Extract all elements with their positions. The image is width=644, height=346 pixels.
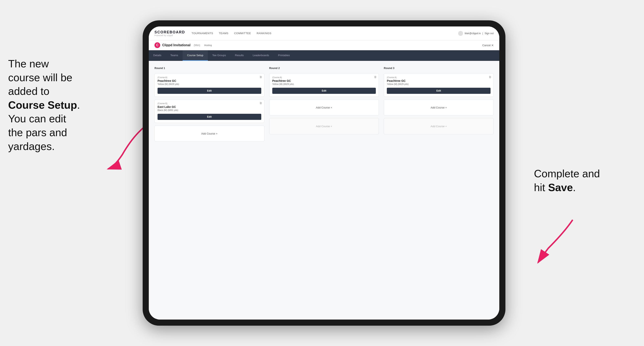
round-3-column: Round 3 (Course A) Peachtree GC Yellow (… (384, 67, 494, 142)
round1-course-a-label: (Course A) (158, 76, 261, 79)
top-nav: SCOREBOARD Powered by clippd TOURNAMENTS… (149, 26, 499, 40)
tab-details[interactable]: Details (149, 50, 166, 61)
round2-add-course-box-1[interactable]: Add Course + (269, 99, 379, 116)
cancel-x-icon: ✕ (491, 44, 494, 47)
tournament-gender: (Men) (194, 44, 200, 47)
round1-course-a-card: (Course A) Peachtree GC Yellow (M) (6629… (154, 73, 264, 97)
round-2-title: Round 2 (269, 67, 379, 70)
annotation-right: Complete and hit Save. (534, 167, 632, 194)
user-avatar (458, 31, 463, 36)
round-2-column: Round 2 (Course A) Peachtree GC Yellow (… (269, 67, 379, 142)
tabs-bar: Details Teams Course Setup Tee Groups Re… (149, 50, 499, 61)
round3-course-a-card: (Course A) Peachtree GC Yellow (M) (6629… (384, 73, 494, 97)
round1-add-course-box[interactable]: Add Course + (154, 125, 264, 142)
round1-course-a-trash-icon[interactable]: 🗑 (260, 75, 262, 79)
round2-course-a-label: (Course A) (272, 76, 376, 79)
round1-course-b-edit-button[interactable]: Edit (158, 114, 261, 120)
nav-tournaments[interactable]: TOURNAMENTS (192, 32, 213, 35)
round2-course-a-edit-button[interactable]: Edit (272, 88, 376, 94)
round2-add-course-label-2: Add Course + (316, 125, 332, 128)
round1-course-a-details: Yellow (M) (6629 yds) (158, 83, 261, 85)
logo-area: SCOREBOARD Powered by clippd (154, 30, 185, 36)
logo-sub: Powered by clippd (154, 34, 185, 36)
round3-course-a-trash-icon[interactable]: 🗑 (489, 75, 491, 79)
round3-add-course-label-1: Add Course + (430, 106, 447, 109)
cancel-button[interactable]: Cancel ✕ (482, 44, 494, 47)
tab-course-setup[interactable]: Course Setup (182, 50, 208, 61)
round3-add-course-box-2: Add Course + (384, 118, 494, 134)
round3-course-a-label: (Course A) (387, 76, 490, 79)
clippd-logo: C (154, 42, 160, 48)
round3-course-a-name: Peachtree GC (387, 79, 490, 82)
rounds-grid: Round 1 (Course A) Peachtree GC Yellow (… (154, 67, 494, 142)
user-email: blair@clippd.io (465, 32, 481, 35)
round1-course-a-name: Peachtree GC (158, 79, 261, 82)
round3-course-a-edit-button[interactable]: Edit (387, 88, 490, 94)
round-1-column: Round 1 (Course A) Peachtree GC Yellow (… (154, 67, 264, 142)
nav-right: blair@clippd.io | Sign out (458, 31, 494, 36)
nav-divider: | (482, 32, 483, 35)
tab-printables[interactable]: Printables (274, 50, 294, 61)
round1-course-b-trash-icon[interactable]: 🗑 (260, 102, 262, 105)
round1-course-b-card: (Course B) East Lake GC Black (M) (6891 … (154, 99, 264, 123)
round-1-title: Round 1 (154, 67, 264, 70)
round2-course-a-details: Yellow (M) (6629 yds) (272, 83, 376, 85)
round2-course-a-name: Peachtree GC (272, 79, 376, 82)
round1-add-course-label: Add Course + (201, 132, 218, 135)
tablet-device: SCOREBOARD Powered by clippd TOURNAMENTS… (143, 20, 506, 326)
sign-out-link[interactable]: Sign out (485, 32, 494, 35)
round2-course-a-trash-icon[interactable]: 🗑 (374, 75, 376, 79)
round3-add-course-label-2: Add Course + (430, 125, 447, 128)
nav-rankings[interactable]: RANKINGS (256, 32, 271, 35)
arrow-right (532, 216, 589, 265)
content-area: Round 1 (Course A) Peachtree GC Yellow (… (149, 61, 499, 320)
tab-results[interactable]: Results (230, 50, 248, 61)
tab-leaderboards[interactable]: Leaderboards (248, 50, 274, 61)
tournament-name: Clippd Invitational (162, 43, 190, 47)
tournament-bar: C Clippd Invitational (Men) Hosting Canc… (149, 40, 499, 50)
logo-scoreboard: SCOREBOARD (154, 30, 185, 34)
round3-course-a-details: Yellow (M) (6629 yds) (387, 83, 490, 85)
round1-course-a-edit-button[interactable]: Edit (158, 88, 261, 94)
round1-course-b-name: East Lake GC (158, 105, 261, 109)
round-3-title: Round 3 (384, 67, 494, 70)
tab-teams[interactable]: Teams (166, 50, 182, 61)
nav-committee[interactable]: COMMITTEE (234, 32, 251, 35)
tab-tee-groups[interactable]: Tee Groups (208, 50, 230, 61)
round2-add-course-label-1: Add Course + (316, 106, 332, 109)
round2-add-course-box-2: Add Course + (269, 118, 379, 134)
round1-course-b-label: (Course B) (158, 102, 261, 105)
hosting-badge: Hosting (204, 44, 212, 46)
round2-course-a-card: (Course A) Peachtree GC Yellow (M) (6629… (269, 73, 379, 97)
tournament-title: C Clippd Invitational (Men) Hosting (154, 42, 212, 48)
round3-add-course-box-1[interactable]: Add Course + (384, 99, 494, 116)
nav-teams[interactable]: TEAMS (219, 32, 228, 35)
nav-links: TOURNAMENTS TEAMS COMMITTEE RANKINGS (192, 32, 458, 35)
tablet-screen: SCOREBOARD Powered by clippd TOURNAMENTS… (149, 26, 499, 320)
round1-course-b-details: Black (M) (6891 yds) (158, 109, 261, 111)
